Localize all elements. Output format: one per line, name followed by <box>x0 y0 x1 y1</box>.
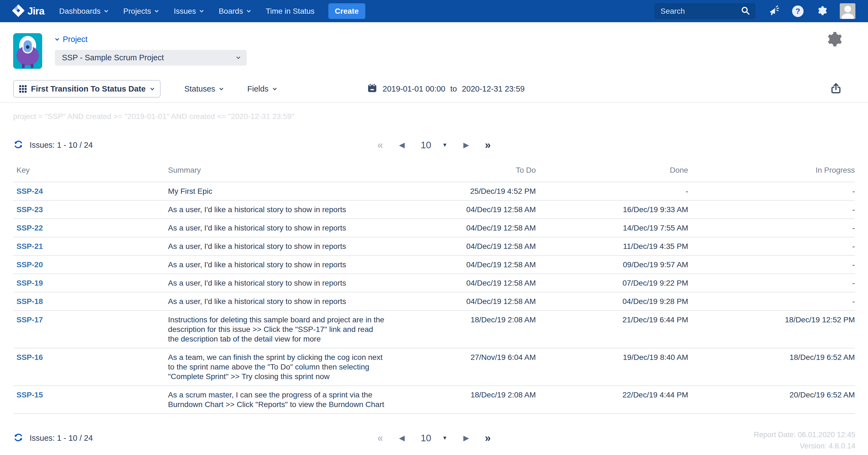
prev-page-button[interactable]: ◀ <box>399 142 405 149</box>
issue-summary: As a user, I'd like a historical story t… <box>168 223 384 233</box>
issue-key-link[interactable]: SSP-18 <box>17 297 43 306</box>
chevron-down-icon <box>150 87 155 91</box>
page-size-select[interactable]: 10 ▼ <box>421 432 447 444</box>
nav-item-issues[interactable]: Issues <box>174 7 204 16</box>
last-page-button[interactable]: » <box>485 140 491 150</box>
table-row: SSP-15 As a scrum master, I can see the … <box>13 386 855 414</box>
inprogress-date: - <box>688 200 855 219</box>
calendar-icon[interactable] <box>367 83 378 95</box>
top-navbar: Jira Dashboards Projects Issues Boards T… <box>0 0 868 22</box>
report-type-dropdown[interactable]: First Transition To Status Date <box>13 80 161 98</box>
issue-key-link[interactable]: SSP-20 <box>17 261 43 269</box>
todo-date: 18/Dec/19 2:08 AM <box>385 310 536 348</box>
last-page-button[interactable]: » <box>485 433 491 443</box>
pagination-top: « ◀ 10 ▼ ▶ » <box>377 140 491 150</box>
issues-table-body: SSP-24 My First Epic 25/Dec/19 4:52 PM -… <box>13 182 855 414</box>
first-page-button[interactable]: « <box>377 140 383 150</box>
done-date: - <box>536 182 688 200</box>
caret-down-icon: ▼ <box>442 435 447 441</box>
issues-count: Issues: 1 - 10 / 24 <box>30 141 93 150</box>
done-date: 22/Dec/19 4:44 PM <box>536 386 688 414</box>
chevron-down-icon <box>199 9 204 13</box>
avatar-head <box>844 6 851 12</box>
issue-key-link[interactable]: SSP-16 <box>17 353 43 362</box>
create-button[interactable]: Create <box>328 3 365 19</box>
report-settings-gear-icon[interactable] <box>825 30 842 49</box>
table-row: SSP-16 As a team, we can finish the spri… <box>13 348 855 386</box>
export-icon[interactable] <box>830 82 842 96</box>
issue-key-link[interactable]: SSP-23 <box>17 205 43 214</box>
search-icon[interactable] <box>741 6 750 17</box>
table-row: SSP-21 As a user, I'd like a historical … <box>13 237 855 255</box>
page-size-value: 10 <box>421 140 431 150</box>
brand-name: Jira <box>27 5 44 17</box>
statuses-dropdown[interactable]: Statuses <box>184 84 224 93</box>
next-page-button[interactable]: ▶ <box>463 142 469 149</box>
issue-key-link[interactable]: SSP-22 <box>17 224 43 232</box>
nav-menu: Dashboards Projects Issues Boards Time i… <box>59 7 315 16</box>
page-size-select[interactable]: 10 ▼ <box>421 140 447 150</box>
pagination-bottom: « ◀ 10 ▼ ▶ » <box>377 432 491 444</box>
help-icon[interactable]: ? <box>792 5 804 17</box>
inprogress-date: - <box>688 274 855 292</box>
project-info: Project SSP - Sample Scrum Project <box>55 33 247 69</box>
todo-date: 04/Dec/19 12:58 AM <box>385 274 536 292</box>
issues-table: Key Summary To Do Done In Progress SSP-2… <box>13 162 855 414</box>
inprogress-date: - <box>688 219 855 237</box>
inprogress-date: - <box>688 237 855 255</box>
todo-date: 04/Dec/19 12:58 AM <box>385 219 536 237</box>
chevron-down-icon <box>55 37 60 42</box>
issue-key-link[interactable]: SSP-15 <box>17 391 43 399</box>
issue-key-link[interactable]: SSP-21 <box>17 242 43 250</box>
done-date: 21/Dec/19 6:44 PM <box>536 310 688 348</box>
user-avatar[interactable] <box>840 3 856 19</box>
fields-dropdown[interactable]: Fields <box>247 84 277 93</box>
issue-key-link[interactable]: SSP-17 <box>17 315 43 324</box>
gear-icon[interactable] <box>816 5 827 17</box>
todo-date: 04/Dec/19 12:58 AM <box>385 237 536 255</box>
table-header-row: Key Summary To Do Done In Progress <box>13 162 855 182</box>
issue-summary: As a user, I'd like a historical story t… <box>168 241 384 251</box>
announcement-icon[interactable] <box>768 5 779 18</box>
column-header-todo: To Do <box>385 162 536 182</box>
done-date: 19/Dec/19 8:40 AM <box>536 348 688 386</box>
nav-item-dashboards[interactable]: Dashboards <box>59 7 108 16</box>
monster-pupil <box>26 45 30 49</box>
issue-summary: Instructions for deleting this sample bo… <box>168 315 384 344</box>
column-header-done: Done <box>536 162 688 182</box>
done-date: 11/Dec/19 4:35 PM <box>536 237 688 255</box>
chevron-down-icon <box>246 9 251 13</box>
nav-right: ? <box>654 3 856 19</box>
nav-item-time-in-status[interactable]: Time in Status <box>266 7 315 16</box>
issue-key-link[interactable]: SSP-24 <box>17 187 43 195</box>
column-header-key: Key <box>13 162 168 182</box>
nav-item-boards[interactable]: Boards <box>219 7 251 16</box>
avatar-torso <box>842 13 854 19</box>
project-select[interactable]: SSP - Sample Scrum Project <box>55 50 247 65</box>
project-section-toggle[interactable]: Project <box>55 35 247 44</box>
todo-date: 25/Dec/19 4:52 PM <box>385 182 536 200</box>
prev-page-button[interactable]: ◀ <box>399 434 405 442</box>
done-date: 09/Dec/19 9:57 AM <box>536 255 688 274</box>
nav-item-projects[interactable]: Projects <box>123 7 159 16</box>
todo-date: 27/Nov/19 6:04 AM <box>385 348 536 386</box>
first-page-button[interactable]: « <box>377 433 383 443</box>
next-page-button[interactable]: ▶ <box>463 434 469 442</box>
done-date: 16/Dec/19 9:33 AM <box>536 200 688 219</box>
issue-summary: As a user, I'd like a historical story t… <box>168 278 384 288</box>
date-from[interactable]: 2019-01-01 00:00 <box>382 84 445 93</box>
chevron-down-icon <box>104 9 108 13</box>
jira-brand[interactable]: Jira <box>12 4 44 18</box>
table-row: SSP-18 As a user, I'd like a historical … <box>13 292 855 310</box>
refresh-icon[interactable] <box>13 139 24 151</box>
report-meta: Report Date: 06.01.2020 12:45 Version: 4… <box>754 429 856 452</box>
inprogress-date: - <box>688 292 855 310</box>
issue-key-link[interactable]: SSP-19 <box>17 279 43 287</box>
issue-summary: As a scrum master, I can see the progres… <box>168 390 384 409</box>
date-to[interactable]: 2020-12-31 23:59 <box>462 84 525 93</box>
search-input[interactable] <box>660 7 741 16</box>
refresh-icon[interactable] <box>13 432 24 444</box>
todo-date: 04/Dec/19 12:58 AM <box>385 255 536 274</box>
done-date: 14/Dec/19 7:55 AM <box>536 219 688 237</box>
date-range: 2019-01-01 00:00 to 2020-12-31 23:59 <box>367 83 525 95</box>
